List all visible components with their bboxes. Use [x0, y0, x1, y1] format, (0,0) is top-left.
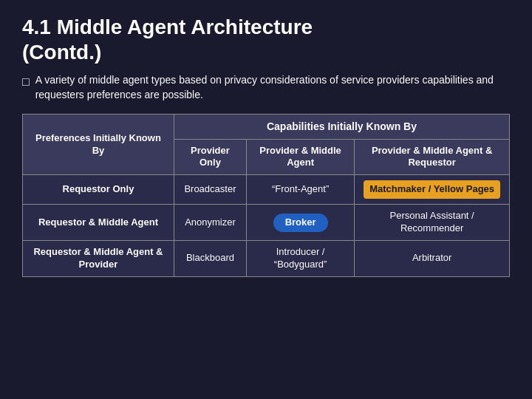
capabilities-header-row: Preferences Initially Known By Capabilit… — [23, 115, 510, 139]
capabilities-header: Capabilities Initially Known By — [174, 115, 509, 139]
cell-0-1: “Front-Agent” — [246, 175, 354, 205]
table-row: Requestor & Middle Agent & ProviderBlack… — [23, 241, 510, 277]
table-row: Requestor & Middle AgentAnonymizerBroker… — [23, 205, 510, 241]
col-header-2: Provider & Middle Agent — [246, 139, 354, 175]
table-row: Requestor OnlyBroadcaster“Front-Agent”Ma… — [23, 175, 510, 205]
cell-2-1: Introducer / “Bodyguard” — [246, 241, 354, 277]
cell-1-1: Broker — [246, 205, 354, 241]
cell-2-0: Blackboard — [174, 241, 246, 277]
middle-agent-table: Preferences Initially Known By Capabilit… — [22, 114, 510, 276]
row-label-2: Requestor & Middle Agent & Provider — [23, 241, 174, 277]
cell-0-0: Broadcaster — [174, 175, 246, 205]
bullet-text: A variety of middle agent types based on… — [35, 73, 510, 102]
cell-0-2: Matchmaker / Yellow Pages — [355, 175, 510, 205]
bullet-point: □ A variety of middle agent types based … — [22, 73, 510, 102]
row-label-0: Requestor Only — [23, 175, 174, 205]
page-title: 4.1 Middle Agent Architecture (Contd.) — [22, 15, 510, 64]
cell-2-2: Arbitrator — [355, 241, 510, 277]
bullet-icon: □ — [22, 74, 30, 90]
row-label-1: Requestor & Middle Agent — [23, 205, 174, 241]
row-col-header: Preferences Initially Known By — [23, 115, 174, 175]
cell-1-2: Personal Assistant / Recommender — [355, 205, 510, 241]
cell-1-0: Anonymizer — [174, 205, 246, 241]
table-wrapper: Preferences Initially Known By Capabilit… — [22, 114, 510, 276]
col-header-3: Provider & Middle Agent & Requestor — [355, 139, 510, 175]
col-header-1: Provider Only — [174, 139, 246, 175]
